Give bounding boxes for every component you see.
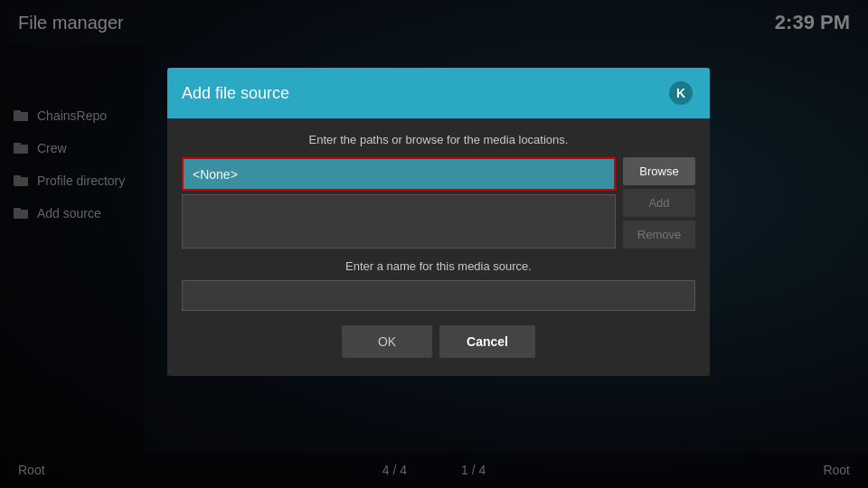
cancel-button[interactable]: Cancel bbox=[439, 325, 535, 358]
browse-button[interactable]: Browse bbox=[623, 157, 695, 185]
dialog-title: Add file source bbox=[182, 84, 289, 103]
path-input[interactable] bbox=[182, 157, 616, 191]
remove-button[interactable]: Remove bbox=[623, 221, 695, 249]
path-instruction: Enter the paths or browse for the media … bbox=[182, 133, 695, 146]
path-button-group: Browse Add Remove bbox=[623, 157, 695, 249]
dialog-header: Add file source K bbox=[167, 68, 710, 118]
kodi-icon: K bbox=[669, 81, 693, 105]
path-left-column bbox=[182, 157, 616, 249]
dialog-body: Enter the paths or browse for the media … bbox=[167, 118, 710, 376]
name-section: Enter a name for this media source. bbox=[182, 259, 695, 311]
add-file-source-dialog: Add file source K Enter the paths or bro… bbox=[167, 68, 710, 376]
kodi-logo: K bbox=[666, 79, 695, 108]
name-input[interactable] bbox=[182, 280, 695, 311]
name-instruction: Enter a name for this media source. bbox=[182, 259, 695, 273]
path-list bbox=[182, 194, 616, 249]
path-areas: Browse Add Remove bbox=[182, 157, 695, 249]
add-button[interactable]: Add bbox=[623, 189, 695, 217]
ok-button[interactable]: OK bbox=[342, 325, 432, 358]
dialog-footer: OK Cancel bbox=[182, 325, 695, 361]
